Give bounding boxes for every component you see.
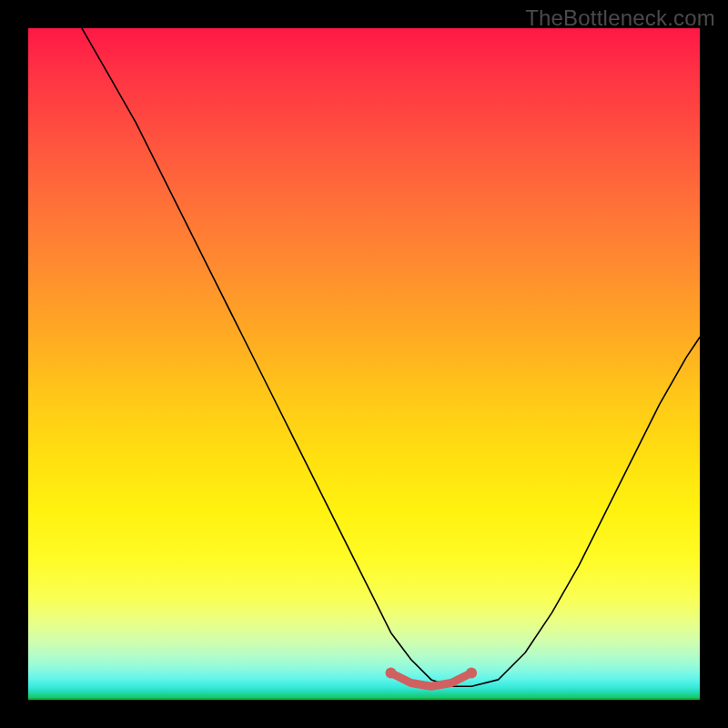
optimal-start-marker: [386, 667, 397, 678]
optimal-end-marker: [466, 667, 477, 678]
curve-layer: [28, 28, 700, 700]
plot-area: [28, 28, 700, 700]
chart-stage: TheBottleneck.com: [0, 0, 728, 728]
bottleneck-curve: [82, 28, 700, 686]
watermark-text: TheBottleneck.com: [525, 5, 715, 31]
